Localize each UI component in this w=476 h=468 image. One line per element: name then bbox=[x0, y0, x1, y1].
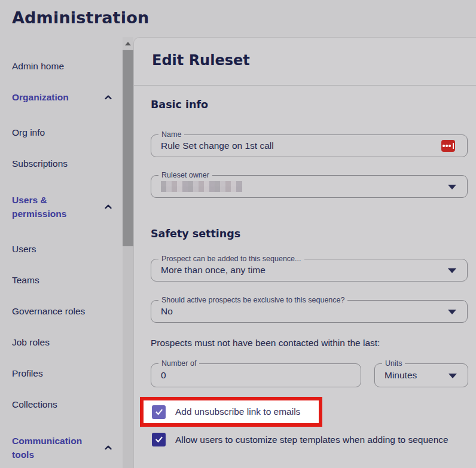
basic-info-heading: Basic info bbox=[151, 99, 208, 111]
units-value: Minutes bbox=[385, 370, 417, 381]
sidebar-item-users-permissions[interactable]: Users & permissions bbox=[0, 193, 123, 221]
exclusive-value: No bbox=[161, 306, 173, 317]
customize-checkbox[interactable] bbox=[152, 433, 166, 446]
number-of-label: Number of bbox=[158, 359, 199, 368]
check-icon bbox=[155, 408, 163, 416]
redacted-owner-value bbox=[161, 181, 242, 192]
sidebar-item-job-roles[interactable]: Job roles bbox=[0, 337, 123, 348]
chevron-up-icon bbox=[105, 94, 112, 99]
prospect-added-label: Prospect can be added to this sequence..… bbox=[158, 255, 304, 263]
sidebar-item-subscriptions[interactable]: Subscriptions bbox=[0, 158, 123, 169]
exclusive-select[interactable]: Should active prospects be exclusive to … bbox=[151, 300, 468, 323]
edit-ruleset-panel: Edit Ruleset Basic info Name Rule Set ch… bbox=[133, 37, 476, 468]
name-input-value: Rule Set change on 1st call bbox=[161, 140, 274, 151]
caret-down-icon bbox=[448, 268, 456, 273]
sidebar-item-admin-home[interactable]: Admin home bbox=[0, 60, 123, 72]
units-label: Units bbox=[382, 359, 405, 368]
number-of-value: 0 bbox=[161, 370, 166, 381]
sidebar: Admin home Organization Org info Subscri… bbox=[0, 37, 123, 468]
divider bbox=[134, 85, 476, 85]
sidebar-item-governance-roles[interactable]: Governance roles bbox=[0, 305, 123, 317]
ruleset-owner-label: Ruleset owner bbox=[158, 171, 212, 179]
unsubscribe-checkbox-label: Add unsubscribe link to emails bbox=[175, 406, 300, 417]
lastpass-icon[interactable] bbox=[441, 140, 455, 152]
chevron-up-icon bbox=[105, 204, 112, 209]
sidebar-item-organization[interactable]: Organization bbox=[0, 91, 123, 103]
sidebar-item-communication-tools[interactable]: Communication tools bbox=[0, 434, 123, 461]
chevron-up-icon bbox=[105, 445, 112, 450]
units-select[interactable]: Units Minutes bbox=[374, 363, 468, 387]
contacted-within-label: Prospects must not have been contacted w… bbox=[151, 338, 380, 348]
name-input-label: Name bbox=[158, 130, 184, 139]
ruleset-owner-select[interactable]: Ruleset owner bbox=[151, 175, 468, 198]
prospect-added-select[interactable]: Prospect can be added to this sequence..… bbox=[151, 259, 468, 282]
customize-checkbox-row[interactable]: Allow users to customize step templates … bbox=[152, 433, 448, 446]
scrollbar-track[interactable] bbox=[123, 37, 133, 468]
caret-down-icon bbox=[448, 374, 457, 378]
name-input[interactable]: Name Rule Set change on 1st call bbox=[151, 134, 468, 157]
unsubscribe-checkbox-row[interactable]: Add unsubscribe link to emails bbox=[144, 405, 300, 419]
sidebar-item-org-info[interactable]: Org info bbox=[0, 127, 123, 138]
scrollbar-thumb[interactable] bbox=[123, 50, 133, 246]
number-of-input[interactable]: Number of 0 bbox=[151, 363, 361, 387]
sidebar-item-users[interactable]: Users bbox=[0, 243, 123, 255]
sidebar-item-teams[interactable]: Teams bbox=[0, 274, 123, 286]
exclusive-label: Should active prospects be exclusive to … bbox=[158, 296, 347, 304]
highlight-box: Add unsubscribe link to emails bbox=[140, 397, 322, 427]
caret-down-icon bbox=[448, 310, 456, 314]
scroll-up-arrow-icon[interactable] bbox=[123, 37, 133, 50]
page-title: Administration bbox=[12, 8, 149, 27]
sidebar-item-profiles[interactable]: Profiles bbox=[0, 368, 123, 379]
safety-settings-heading: Safety settings bbox=[151, 228, 240, 240]
check-icon bbox=[155, 436, 163, 443]
sidebar-item-collections[interactable]: Collections bbox=[0, 399, 123, 410]
prospect-added-value: More than once, any time bbox=[161, 265, 266, 276]
caret-down-icon bbox=[448, 185, 456, 189]
panel-title: Edit Ruleset bbox=[152, 52, 250, 69]
unsubscribe-checkbox[interactable] bbox=[152, 405, 166, 419]
customize-checkbox-label: Allow users to customize step templates … bbox=[175, 435, 448, 445]
